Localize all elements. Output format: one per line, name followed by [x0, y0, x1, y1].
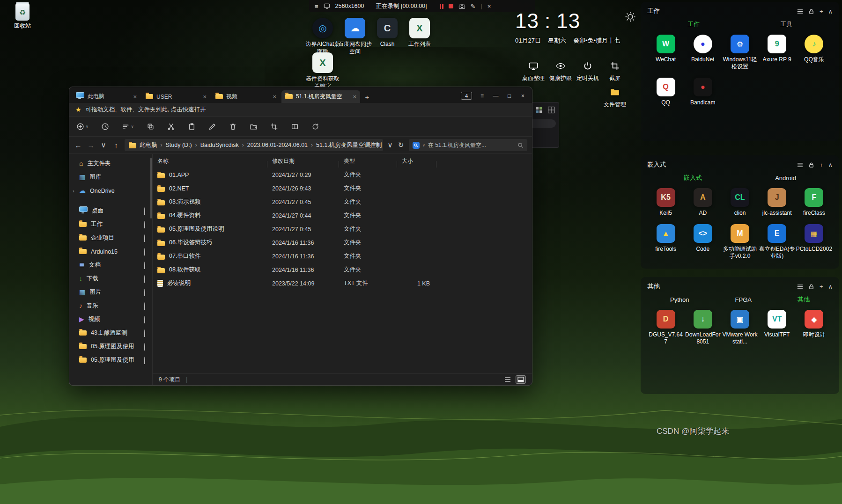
app-vmware[interactable]: ▣ VMware Workstati...	[721, 310, 758, 345]
breadcrumb-item[interactable]: Study (D:)	[166, 142, 192, 148]
sidebar-item[interactable]: › 05.原理图及使用	[71, 353, 151, 367]
app-altium[interactable]: A AD	[684, 188, 721, 217]
panel-lock-icon[interactable]	[808, 162, 814, 168]
panel-lock-icon[interactable]	[808, 8, 814, 15]
panel-collapse-icon[interactable]: ∧	[828, 162, 833, 168]
panel-lock-icon[interactable]	[808, 284, 814, 290]
pencil-icon[interactable]: ✎	[471, 3, 476, 9]
window-menu-icon[interactable]: ≡	[476, 93, 488, 99]
app-qq[interactable]: Q QQ	[647, 78, 684, 106]
view-options-button[interactable]	[291, 123, 299, 131]
maximize-button[interactable]: □	[503, 93, 516, 99]
app-downloadfor8051[interactable]: ↓ DownLoadFor8051	[684, 310, 721, 345]
desktop-icon-clash[interactable]: C Clash	[369, 18, 405, 48]
pause-recording-icon[interactable]	[440, 4, 443, 9]
panel-tab[interactable]: 嵌入式	[684, 174, 702, 182]
expand-chevron-icon[interactable]: ›	[73, 188, 74, 194]
recorder-menu-icon[interactable]: ≡	[315, 3, 318, 9]
sidebar-item[interactable]: › ▦ 图片	[71, 285, 151, 299]
sidebar-item[interactable]: › Arduino15	[71, 245, 151, 258]
file-row[interactable]: 必读说明 2023/5/22 14:09 TXT 文件 1 KB	[153, 277, 532, 290]
tab-close-icon[interactable]: ×	[353, 94, 356, 100]
utility-icon-screenshot[interactable]: 截屏	[602, 61, 628, 82]
breadcrumb-item[interactable]: 51.1.机房变风量空调控制	[316, 141, 382, 149]
breadcrumb-item[interactable]: 此电脑	[140, 141, 157, 149]
close-recorder-icon[interactable]: ×	[487, 3, 491, 9]
cut-button[interactable]	[167, 123, 175, 131]
details-view-toggle[interactable]	[516, 375, 526, 384]
sidebar-item[interactable]: › 工作	[71, 218, 151, 231]
copy-button[interactable]	[147, 123, 155, 131]
app-vscode[interactable]: <> Code	[684, 224, 721, 260]
panel-collapse-icon[interactable]: ∧	[828, 284, 833, 290]
column-header-date[interactable]: 修改日期	[267, 157, 339, 165]
breadcrumb-item[interactable]: BaiduSyncdisk	[200, 142, 239, 148]
app-bandicam[interactable]: ● Bandicam	[684, 78, 721, 106]
recycle-bin[interactable]: ♻ 回收站	[7, 4, 37, 30]
app-visualtft[interactable]: VT VisualTFT	[759, 310, 796, 345]
panel-list-icon[interactable]	[797, 8, 803, 15]
clock-widget[interactable]: 13 : 13 01月27日 星期六 癸卯•兔•腊月十七	[515, 9, 636, 45]
desktop-icon-aichat[interactable]: ◎ 边界AIChat桌面版	[305, 18, 340, 55]
app-baidunet[interactable]: ● BaiduNet	[684, 35, 721, 70]
tab-close-icon[interactable]: ×	[203, 94, 207, 100]
file-row[interactable]: 08.软件获取 2024/1/16 11:36 文件夹	[153, 263, 532, 277]
delete-button[interactable]	[229, 123, 237, 131]
sidebar-item[interactable]: › ⌂ 主文件夹	[71, 157, 151, 170]
app-firetools[interactable]: ▲ fireTools	[647, 224, 684, 260]
app-fireclass[interactable]: F fireClass	[796, 188, 833, 217]
panel-list-icon[interactable]	[797, 284, 803, 290]
file-row[interactable]: 06.毕设答辩技巧 2024/1/16 11:36 文件夹	[153, 236, 532, 249]
up-icon[interactable]: ↑	[112, 141, 120, 149]
panel-tab[interactable]: 工作	[687, 20, 700, 29]
app-jlc-assistant[interactable]: J jlc-assistant	[759, 188, 796, 217]
utility-icon-file-manager[interactable]: 文件管理	[602, 87, 628, 109]
app-pctolcd[interactable]: ▦ PCtoLCD2002	[796, 224, 833, 260]
recent-history-button[interactable]	[101, 123, 109, 131]
address-dropdown-icon[interactable]: ∨	[387, 141, 393, 149]
search-input[interactable]: ∨ 在 51.1.机房变风量空...	[409, 139, 527, 151]
sidebar-item[interactable]: › ▦ 图库	[71, 170, 151, 184]
explorer-tab[interactable]: USER ×	[142, 90, 210, 103]
sidebar-item[interactable]: › 企业项目	[71, 231, 151, 245]
panel-tab[interactable]: Python	[670, 296, 689, 303]
utility-icon-timed-shutdown[interactable]: 定时关机	[575, 61, 601, 82]
minimize-button[interactable]: —	[489, 93, 502, 99]
breadcrumb[interactable]: 此电脑›Study (D:)›BaiduSyncdisk›2023.06.01-…	[125, 139, 383, 151]
panel-tab[interactable]: 其他	[798, 295, 810, 304]
app-win11-settings[interactable]: ⚙ Windows11轻松设置	[721, 35, 758, 70]
address-refresh-icon[interactable]: ↻	[397, 141, 405, 149]
sidebar-scrollbar[interactable]	[150, 158, 152, 219]
file-row[interactable]: 03.演示视频 2024/1/27 0:45 文件夹	[153, 195, 532, 209]
column-header-name[interactable]: 名称	[153, 157, 267, 165]
panel-tab[interactable]: Android	[775, 175, 796, 182]
desktop-icon-work-list[interactable]: X 工作列表	[402, 18, 437, 48]
search-engine-dropdown-icon[interactable]: ∨	[422, 143, 425, 147]
new-tab-button[interactable]: +	[362, 91, 373, 103]
explorer-tab[interactable]: 视频 ×	[212, 90, 280, 103]
new-item-button[interactable]: ∨	[76, 123, 89, 131]
forward-icon[interactable]: →	[87, 141, 95, 149]
stop-recording-icon[interactable]	[449, 4, 453, 8]
explorer-tab[interactable]: 51.1.机房变风量空 ×	[281, 90, 360, 103]
explorer-tab[interactable]: 此电脑 ×	[72, 90, 140, 103]
utility-icon-desktop-organize[interactable]: 桌面整理	[520, 61, 547, 82]
panel-add-icon[interactable]: +	[820, 162, 823, 168]
panel-add-icon[interactable]: +	[820, 284, 823, 290]
file-row[interactable]: 04.硬件资料 2024/1/27 0:44 文件夹	[153, 209, 532, 222]
panel-list-icon[interactable]	[797, 162, 803, 168]
back-icon[interactable]: ←	[74, 141, 82, 149]
sidebar-item[interactable]: › ▶ 视频	[71, 313, 151, 326]
file-row[interactable]: 01.APP 2024/1/27 0:29 文件夹	[153, 168, 532, 182]
app-jlc-eda[interactable]: E 嘉立创EDA(专业版)	[759, 224, 796, 260]
app-keil5[interactable]: K5 Keil5	[647, 188, 684, 217]
utility-icon-eye-care[interactable]: 健康护眼	[547, 61, 574, 82]
file-row[interactable]: 05.原理图及使用说明 2024/1/27 0:45 文件夹	[153, 222, 532, 236]
app-wechat[interactable]: W WeChat	[647, 35, 684, 70]
new-folder-button[interactable]	[250, 123, 258, 131]
file-row[interactable]: 07.串口软件 2024/1/16 11:36 文件夹	[153, 249, 532, 263]
app-dgus[interactable]: D DGUS_V7.647	[647, 310, 684, 345]
panel-add-icon[interactable]: +	[820, 8, 823, 15]
sidebar-item[interactable]: › 05.原理图及使用	[71, 340, 151, 353]
sidebar-item[interactable]: › ≣ 文档	[71, 258, 151, 272]
